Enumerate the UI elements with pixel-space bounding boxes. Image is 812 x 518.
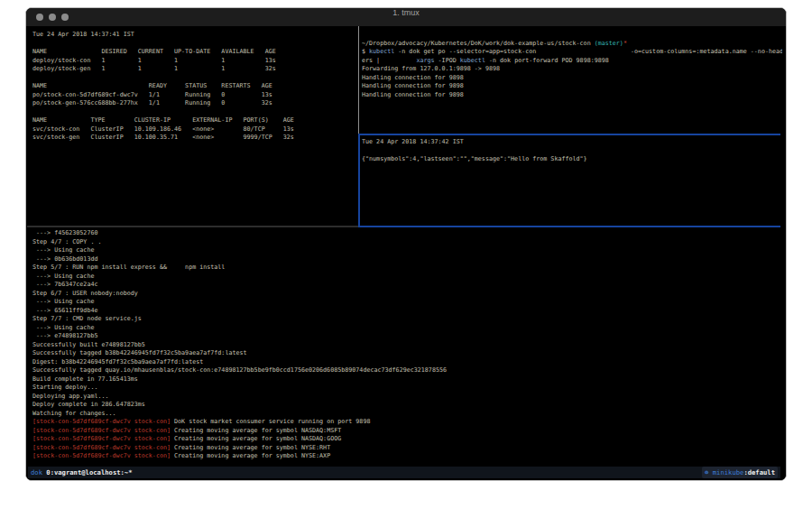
terminal-line: dok 0:vagrant@localhost:~*: [31, 467, 133, 478]
terminal-text-segment: [stock-con-5d7df689cf-dwc7v stock-con]: [32, 418, 171, 425]
terminal-text-segment: 0:vagrant@localhost:~*: [46, 468, 132, 476]
terminal-line: deploy/stock-gen 1 1 1 1 32s: [32, 65, 357, 74]
terminal-text-segment: Successfully tagged quay.io/mhausenblas/…: [32, 366, 447, 374]
terminal-line: ---> 65611ff9db4e: [32, 307, 781, 316]
terminal-line: Deploying app.yaml...: [32, 393, 781, 402]
terminal-text-segment: po/stock-gen-576cc688bb-277hx 1/1 Runnin…: [32, 99, 272, 106]
terminal-text-segment: Deploying app.yaml...: [32, 393, 109, 400]
terminal-text-segment: Tue 24 Apr 2018 14:37:41 IST: [32, 31, 134, 38]
terminal-window: 1. tmux Tue 24 Apr 2018 14:37:41 ISTNAME…: [25, 7, 787, 481]
terminal-text-segment: Starting deploy...: [32, 384, 97, 391]
terminal-line: NAME TYPE CLUSTER-IP EXTERNAL-IP PORT(S)…: [32, 116, 357, 125]
terminal-line: [362, 147, 782, 156]
terminal-line: ---> Using cache: [32, 273, 781, 282]
terminal-line: ---> 7b6347ce2a4c: [32, 281, 781, 290]
terminal-text-segment: Creating moving average for symbol NYSE:…: [171, 444, 330, 451]
terminal-text-segment: -IPOD: [435, 57, 460, 64]
pane-service-response[interactable]: Tue 24 Apr 2018 14:37:42 IST{"numsymbols…: [362, 138, 782, 224]
terminal-text-segment: $: [362, 48, 369, 55]
pane-skaffold-log[interactable]: ---> f45623052760Step 4/7 : COPY . . ---…: [32, 229, 781, 466]
pane-kubectl-watch[interactable]: Tue 24 Apr 2018 14:37:41 ISTNAME DESIRED…: [32, 31, 357, 224]
terminal-line: $ kubectl -n dok get po --selector=app=s…: [362, 48, 782, 57]
terminal-line: [stock-con-5d7df689cf-dwc7v stock-con] C…: [32, 435, 781, 444]
terminal-line: ---> e74898127bb5: [32, 332, 781, 341]
title-bar[interactable]: 1. tmux: [26, 8, 786, 27]
terminal-line: ~/Dropbox/advocacy/Kubernetes/DoK/work/d…: [362, 40, 782, 49]
window-controls: [36, 14, 74, 21]
terminal-line: Tue 24 Apr 2018 14:37:41 IST: [32, 31, 357, 40]
terminal-text-segment: Handling connection for 9898: [362, 74, 464, 81]
terminal-text-segment: [stock-con-5d7df689cf-dwc7v stock-con]: [32, 444, 171, 451]
close-button[interactable]: [36, 14, 43, 21]
terminal-text-segment: -n dok port-forward POD 9898:9898: [485, 57, 609, 64]
window-title: 1. tmux: [26, 8, 786, 17]
terminal-text-segment: Handling connection for 9898: [362, 82, 464, 89]
terminal-text-segment: dok: [31, 468, 42, 476]
terminal-text-segment: (master): [595, 40, 623, 47]
terminal-line: po/stock-gen-576cc688bb-277hx 1/1 Runnin…: [32, 99, 357, 108]
terminal-text-segment: Watching for changes...: [32, 410, 116, 417]
terminal-line: [stock-con-5d7df689cf-dwc7v stock-con] D…: [32, 418, 781, 427]
terminal-line: {"numsymbols":4,"lastseen":"","message":…: [362, 155, 782, 164]
terminal-text-segment: [stock-con-5d7df689cf-dwc7v stock-con]: [32, 427, 171, 434]
pane-divider-horizontal-active-bottom[interactable]: [358, 226, 780, 227]
terminal-line: [stock-con-5d7df689cf-dwc7v stock-con] C…: [32, 452, 781, 461]
terminal-line: Deploy complete in 286.647823ms: [32, 401, 781, 410]
terminal-text-segment: svc/stock-gen ClusterIP 10.100.35.71 <no…: [32, 134, 294, 141]
terminal-text-segment: minikube: [713, 468, 744, 476]
terminal-line: [stock-con-5d7df689cf-dwc7v stock-con] C…: [32, 444, 781, 453]
terminal-text-segment: *: [623, 40, 627, 47]
terminal-line: [362, 31, 782, 40]
zoom-button[interactable]: [61, 14, 69, 21]
terminal-text-segment: kubectl: [369, 48, 394, 55]
terminal-line: Tue 24 Apr 2018 14:37:42 IST: [362, 138, 782, 147]
terminal-line: Forwarding from 127.0.0.1:9898 -> 9898: [362, 65, 782, 74]
minimize-button[interactable]: [49, 14, 56, 21]
terminal-line: po/stock-con-5d7df689cf-dwc7v 1/1 Runnin…: [32, 91, 357, 100]
terminal-text-segment: ---> Using cache: [32, 273, 94, 280]
terminal-text-segment: ---> 7b6347ce2a4c: [32, 281, 97, 288]
terminal-line: deploy/stock-con 1 1 1 1 13s: [32, 57, 357, 66]
terminal-text-segment: NAME DESIRED CURRENT UP-TO-DATE AVAILABL…: [32, 48, 276, 55]
terminal-text-segment: Tue 24 Apr 2018 14:37:42 IST: [362, 138, 464, 145]
terminal-text-segment: Deploy complete in 286.647823ms: [32, 401, 145, 408]
terminal-line: Successfully tagged b38b42246945fd7f32c5…: [32, 349, 781, 358]
pane-divider-horizontal-inactive[interactable]: [27, 226, 358, 227]
terminal-text-segment: ---> 65611ff9db4e: [32, 307, 97, 314]
terminal-line: ---> Using cache: [32, 246, 781, 255]
terminal-line: Watching for changes...: [32, 410, 781, 419]
terminal-text-segment: ---> f45623052760: [32, 229, 97, 236]
terminal-line: Successfully built e74898127bb5: [32, 341, 781, 350]
terminal-line: NAME READY STATUS RESTARTS AGE: [32, 82, 357, 91]
terminal-text-segment: :default: [743, 468, 775, 476]
pane-divider-horizontal-active-top[interactable]: [358, 134, 780, 135]
terminal-line: Digest: b38b42246945fd7f32c5ba9aea7af7fd…: [32, 358, 781, 367]
terminal-text-segment: Creating moving average for symbol NASDA…: [171, 435, 341, 442]
terminal-text-segment: ers |: [362, 57, 416, 64]
terminal-text-segment: DoK stock market consumer service runnin…: [171, 418, 370, 425]
terminal-text-segment: Handling connection for 9898: [362, 91, 464, 98]
terminal-line: ers | xargs -IPOD kubectl -n dok port-fo…: [362, 57, 782, 66]
terminal-text-segment: Creating moving average for symbol NASDA…: [171, 427, 341, 434]
terminal-line: ---> Using cache: [32, 298, 781, 307]
status-session-window-tab[interactable]: dok 0:vagrant@localhost:~*: [31, 467, 133, 478]
terminal-line: Build complete in 77.165413ms: [32, 375, 781, 384]
terminal-text-segment: kubectl: [460, 57, 485, 64]
terminal-text-segment: Step 4/7 : COPY . .: [32, 238, 102, 245]
terminal-text-segment: Successfully built e74898127bb5: [32, 341, 145, 348]
pane-port-forward[interactable]: ~/Dropbox/advocacy/Kubernetes/DoK/work/d…: [362, 31, 782, 132]
terminal-text-segment: -n dok get po --selector=app=stock-con -…: [394, 48, 782, 55]
terminal-line: Handling connection for 9898: [362, 91, 782, 100]
terminal-text-segment: {"numsymbols":4,"lastseen":"","message":…: [362, 155, 587, 162]
pane-divider-vertical-inactive[interactable]: [358, 26, 359, 134]
terminal-line: Step 4/7 : COPY . .: [32, 238, 781, 247]
terminal-line: svc/stock-con ClusterIP 10.109.186.46 <n…: [32, 125, 357, 134]
pane-divider-vertical-active[interactable]: [358, 134, 360, 227]
terminal-text-segment: po/stock-con-5d7df689cf-dwc7v 1/1 Runnin…: [32, 91, 272, 98]
terminal-text-segment: ---> Using cache: [32, 246, 94, 254]
terminal-text-segment: NAME READY STATUS RESTARTS AGE: [32, 82, 272, 89]
terminal-text-segment: Creating moving average for symbol NYSE:…: [171, 452, 330, 459]
terminal-text-segment: ☸: [705, 468, 713, 476]
terminal-line: Starting deploy...: [32, 384, 781, 393]
terminal-line: [stock-con-5d7df689cf-dwc7v stock-con] C…: [32, 427, 781, 436]
